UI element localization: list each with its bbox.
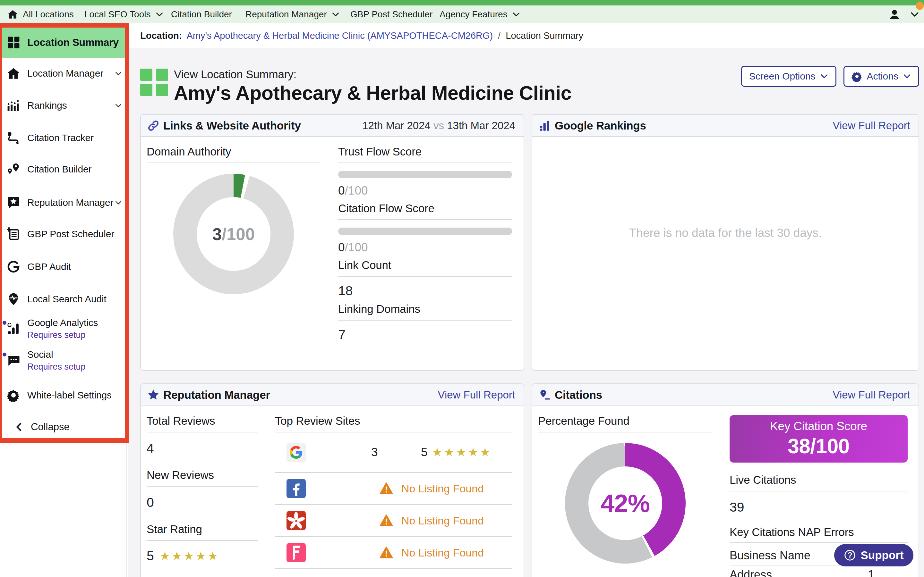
sidebar-item-reputation-manager[interactable]: Reputation Manager — [0, 187, 126, 219]
view-location-summary-label: View Location Summary: — [174, 68, 572, 81]
sidebar-item-location-summary[interactable]: Location Summary — [0, 27, 126, 58]
nap-row-value: 1 — [868, 568, 874, 577]
top-accent-strip — [0, 0, 924, 5]
sidebar-item-gbp-audit[interactable]: GBP Audit — [0, 251, 126, 283]
pin-pulse-icon — [7, 292, 20, 306]
sidebar-item-citation-tracker[interactable]: Citation Tracker — [0, 122, 126, 154]
sidebar-item-label: Social — [27, 349, 86, 360]
sidebar: Location Summary Location Manager Rankin… — [0, 23, 127, 577]
map-pin-icon — [539, 389, 551, 401]
requires-setup-label: Requires setup — [27, 362, 86, 372]
google-review-count: 3 — [371, 446, 378, 459]
grid-squares-icon — [7, 35, 20, 49]
support-button[interactable]: Support — [834, 544, 913, 566]
star-badge-icon — [7, 196, 20, 210]
sidebar-item-google-analytics[interactable]: G Google Analytics Requires setup — [0, 313, 126, 345]
star-rating-stars: ★★★★★ — [160, 550, 220, 563]
post-note-icon — [7, 227, 20, 241]
chevron-down-icon — [114, 69, 123, 77]
nav-reputation-manager[interactable]: Reputation Manager — [246, 5, 340, 23]
screen-options-button[interactable]: Screen Options — [741, 66, 837, 87]
chevron-down-icon — [331, 10, 340, 19]
sidebar-item-social[interactable]: Social Requires setup — [0, 344, 126, 376]
google-rating-value: 5 — [421, 446, 428, 459]
no-listing-found-text: No Listing Found — [401, 482, 484, 495]
percentage-found-label: Percentage Found — [538, 415, 712, 427]
citation-flow-score: 0/100 — [338, 241, 512, 254]
question-circle-icon — [844, 549, 856, 561]
linking-domains-value: 7 — [338, 327, 512, 342]
trust-flow-score: 0/100 — [338, 184, 512, 197]
nav-citation-builder[interactable]: Citation Builder — [171, 5, 232, 23]
sidebar-item-rankings[interactable]: Rankings — [0, 89, 126, 121]
top-navigation-bar: All Locations Local SEO Tools Citation B… — [0, 5, 924, 23]
live-citations-label: Live Citations — [730, 474, 908, 486]
sidebar-item-label: Local Search Audit — [27, 293, 107, 305]
trust-flow-progress-bar — [338, 171, 512, 178]
nap-row-address: Address 1 — [730, 566, 908, 577]
nav-all-locations[interactable]: All Locations — [7, 5, 74, 23]
domain-authority-donut: 3/100 — [173, 174, 294, 294]
requires-setup-label: Requires setup — [27, 330, 98, 340]
link-count-label: Link Count — [338, 259, 512, 271]
reputation-manager-card: Reputation Manager View Full Report Tota… — [140, 384, 524, 577]
warning-icon — [380, 482, 393, 495]
home-icon — [7, 67, 20, 80]
svg-text:G: G — [7, 322, 12, 328]
main-content: Location: Amy's Apothecary & Herbal Medi… — [128, 23, 924, 577]
link-icon — [147, 119, 160, 132]
breadcrumb: Location: Amy's Apothecary & Herbal Medi… — [128, 23, 924, 48]
sidebar-item-label: GBP Audit — [27, 261, 71, 272]
sidebar-item-citation-builder[interactable]: Citation Builder — [0, 153, 126, 185]
nap-row-label: Business Name — [730, 549, 811, 562]
review-site-row-facebook: No Listing Found — [275, 473, 512, 505]
sidebar-item-label: Citation Builder — [27, 164, 91, 175]
route-pin-icon — [7, 131, 20, 145]
sidebar-item-label: Location Summary — [27, 37, 119, 48]
breadcrumb-location-link[interactable]: Amy's Apothecary & Herbal Medicine Clini… — [187, 31, 493, 41]
link-count-value: 18 — [338, 284, 512, 298]
google-logo — [286, 443, 306, 462]
notification-dot — [3, 321, 6, 325]
nav-gbp-post-scheduler[interactable]: GBP Post Scheduler — [351, 5, 433, 23]
sidebar-collapse-button[interactable]: Collapse — [0, 411, 126, 443]
key-citation-score-value: 38/100 — [788, 434, 850, 458]
nav-item-label: Local SEO Tools — [84, 9, 151, 19]
comparison-dates: 12th Mar 2024 vs 13th Mar 2024 — [362, 119, 515, 132]
view-full-report-link[interactable]: View Full Report — [833, 119, 911, 132]
sidebar-item-local-search-audit[interactable]: Local Search Audit — [0, 283, 126, 315]
view-full-report-link[interactable]: View Full Report — [833, 389, 911, 401]
total-reviews-label: Total Reviews — [147, 415, 258, 427]
total-reviews-value: 4 — [147, 441, 258, 456]
map-pins-icon — [7, 163, 20, 176]
nav-item-label: Citation Builder — [171, 9, 232, 19]
breadcrumb-separator: / — [498, 31, 501, 41]
key-citation-score-label: Key Citation Score — [770, 420, 867, 433]
percentage-found-value: 42% — [601, 489, 650, 518]
review-site-row-google: 3 5 ★★★★★ — [275, 432, 512, 473]
sidebar-item-gbp-post-scheduler[interactable]: GBP Post Scheduler — [0, 218, 126, 250]
user-menu-chevron-icon[interactable] — [910, 10, 919, 19]
no-listing-found-text: No Listing Found — [401, 546, 484, 559]
gear-icon — [851, 71, 863, 82]
card-title: Links & Website Authority — [163, 119, 301, 132]
nav-local-seo-tools[interactable]: Local SEO Tools — [84, 5, 164, 23]
star-rating-label: Star Rating — [147, 524, 258, 535]
key-citation-score-box: Key Citation Score 38/100 — [730, 415, 908, 463]
user-avatar-icon[interactable] — [888, 8, 901, 21]
sidebar-item-location-manager[interactable]: Location Manager — [0, 57, 126, 89]
sidebar-item-label: Location Manager — [27, 68, 103, 79]
nap-errors-label: Key Citations NAP Errors — [730, 526, 908, 538]
new-reviews-label: New Reviews — [147, 469, 258, 481]
nav-agency-features[interactable]: Agency Features — [439, 5, 520, 23]
view-full-report-link[interactable]: View Full Report — [438, 389, 515, 401]
linking-domains-label: Linking Domains — [338, 303, 512, 315]
card-title: Citations — [555, 388, 602, 401]
no-data-message: There is no data for the last 30 days. — [532, 137, 919, 329]
actions-button[interactable]: Actions — [843, 66, 919, 87]
sidebar-item-white-label-settings[interactable]: White-label Settings — [0, 379, 126, 411]
gear-icon — [7, 388, 20, 402]
trust-flow-label: Trust Flow Score — [338, 146, 512, 157]
google-analytics-icon: G — [7, 322, 20, 335]
facebook-logo — [286, 479, 306, 498]
